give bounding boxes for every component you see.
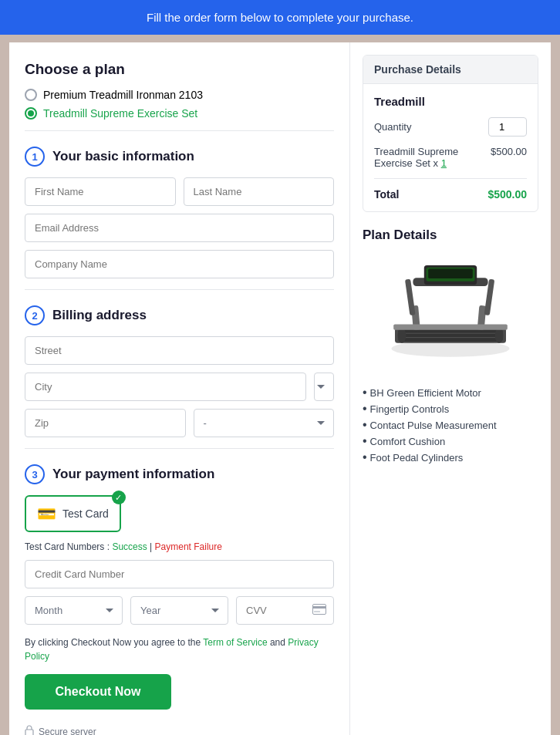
feature-item-5: Foot Pedal Cylinders (363, 451, 538, 464)
feature-text-3: Contact Pulse Measurement (370, 420, 497, 431)
main-container: Choose a plan Premium Treadmill Ironman … (9, 42, 551, 735)
step1-section: 1 Your basic information (25, 147, 334, 278)
zip-state-row: - CA NY TX (25, 409, 334, 437)
divider-1 (25, 130, 334, 131)
quantity-row: Quantity (374, 117, 527, 137)
card-label: Test Card (62, 507, 109, 520)
choose-plan-section: Choose a plan Premium Treadmill Ironman … (25, 61, 334, 120)
last-name-input[interactable] (184, 177, 335, 206)
item-row: Treadmill SupremeExercise Set x 1 $500.0… (374, 146, 527, 179)
first-name-input[interactable] (25, 177, 176, 206)
credit-card-input[interactable] (25, 560, 334, 588)
plan-label-1: Premium Treadmill Ironman 2103 (43, 89, 203, 101)
country-wrapper: Country United States United Kingdom Can… (314, 373, 334, 401)
test-card-info: Test Card Numbers : Success | Payment Fa… (25, 541, 334, 552)
cvv-wrapper (236, 596, 334, 625)
company-input[interactable] (25, 250, 334, 278)
svg-point-10 (495, 328, 504, 343)
step2-title: Billing address (52, 308, 147, 323)
terms-middle: and (270, 637, 288, 648)
zip-input[interactable] (25, 409, 186, 437)
treadmill-svg (381, 256, 520, 372)
svg-point-9 (398, 328, 407, 343)
plan-radio-2[interactable] (25, 107, 37, 120)
name-row (25, 177, 334, 206)
step3-circle: 3 (25, 464, 45, 484)
plan-option-2[interactable]: Treadmill Supreme Exercise Set (25, 107, 334, 120)
street-input[interactable] (25, 336, 334, 365)
plan-label-2: Treadmill Supreme Exercise Set (43, 107, 197, 120)
secure-label: Secure server (39, 727, 96, 736)
city-country-row: Country United States United Kingdom Can… (25, 373, 334, 401)
right-panel: Purchase Details Treadmill Quantity Trea… (350, 42, 551, 735)
checkout-button[interactable]: Checkout Now (25, 674, 171, 710)
svg-rect-1 (312, 606, 326, 609)
step3-section: 3 Your payment information 💳 Test Card ✓… (25, 464, 334, 735)
feature-item-2: Fingertip Controls (363, 403, 538, 415)
state-wrapper: - CA NY TX (194, 409, 335, 437)
credit-card-row (25, 560, 334, 588)
total-row: Total $500.00 (374, 188, 527, 201)
country-select[interactable]: Country United States United Kingdom Can… (314, 373, 334, 401)
feature-item-1: BH Green Efficient Motor (363, 386, 538, 399)
step1-header: 1 Your basic information (25, 147, 334, 167)
item-quantity-link[interactable]: 1 (441, 157, 447, 169)
city-input[interactable] (25, 373, 306, 401)
test-card-prefix: Test Card Numbers : (25, 541, 112, 552)
svg-rect-2 (314, 611, 320, 612)
expiry-cvv-row: Month 01 02 03 04 05 06 07 08 09 10 11 (25, 596, 334, 625)
step3-header: 3 Your payment information (25, 464, 334, 484)
item-label: Treadmill SupremeExercise Set x 1 (374, 146, 458, 169)
feature-text-5: Foot Pedal Cylinders (370, 452, 464, 464)
product-name: Treadmill (374, 95, 527, 108)
feature-item-4: Comfort Cushion (363, 435, 538, 447)
divider-2 (25, 289, 334, 290)
page-wrapper: Fill the order form below to complete yo… (0, 0, 560, 735)
svg-rect-3 (25, 730, 33, 735)
svg-rect-0 (313, 604, 326, 614)
left-panel: Choose a plan Premium Treadmill Ironman … (9, 42, 350, 735)
secure-info: Secure server (25, 725, 334, 735)
svg-rect-18 (428, 269, 473, 279)
month-select[interactable]: Month 01 02 03 04 05 06 07 08 09 10 11 (25, 596, 123, 625)
plan-details-section: Plan Details (363, 228, 538, 464)
plan-option-1[interactable]: Premium Treadmill Ironman 2103 (25, 89, 334, 101)
svg-rect-19 (393, 325, 508, 330)
year-wrapper: Year 2024 2025 2026 2027 2028 (130, 596, 228, 625)
test-card-success-link[interactable]: Success (112, 541, 147, 552)
step1-title: Your basic information (52, 149, 194, 164)
total-label: Total (374, 188, 399, 201)
quantity-input[interactable] (488, 117, 527, 137)
terms-prefix: By clicking Checkout Now you agree to th… (25, 637, 203, 648)
step2-section: 2 Billing address Country United States … (25, 305, 334, 437)
quantity-label: Quantity (374, 121, 411, 133)
email-input[interactable] (25, 214, 334, 242)
purchase-details-box: Purchase Details Treadmill Quantity Trea… (363, 55, 538, 212)
terms-link1[interactable]: Term of Service (203, 637, 267, 648)
step1-circle: 1 (25, 147, 45, 167)
purchase-details-header: Purchase Details (363, 56, 538, 84)
email-row (25, 214, 334, 242)
plan-radio-1[interactable] (25, 89, 37, 101)
year-select[interactable]: Year 2024 2025 2026 2027 2028 (130, 596, 228, 625)
month-wrapper: Month 01 02 03 04 05 06 07 08 09 10 11 (25, 596, 123, 625)
company-row (25, 250, 334, 278)
divider-3 (25, 448, 334, 449)
feature-text-1: BH Green Efficient Motor (370, 387, 481, 399)
cvv-card-icon (312, 604, 326, 618)
purchase-details-body: Treadmill Quantity Treadmill SupremeExer… (363, 84, 538, 211)
top-banner: Fill the order form below to complete yo… (0, 0, 560, 35)
feature-item-3: Contact Pulse Measurement (363, 419, 538, 431)
terms-text: By clicking Checkout Now you agree to th… (25, 636, 334, 663)
feature-text-2: Fingertip Controls (370, 403, 450, 415)
step2-circle: 2 (25, 305, 45, 325)
card-option[interactable]: 💳 Test Card ✓ (25, 495, 121, 532)
credit-card-icon: 💳 (37, 504, 56, 523)
test-card-failure-link[interactable]: Payment Failure (155, 541, 222, 552)
plan-features: BH Green Efficient Motor Fingertip Contr… (363, 386, 538, 464)
state-select[interactable]: - CA NY TX (194, 409, 335, 437)
feature-text-4: Comfort Cushion (370, 436, 446, 447)
plan-details-title: Plan Details (363, 228, 538, 243)
street-row (25, 336, 334, 365)
item-price: $500.00 (491, 146, 527, 157)
